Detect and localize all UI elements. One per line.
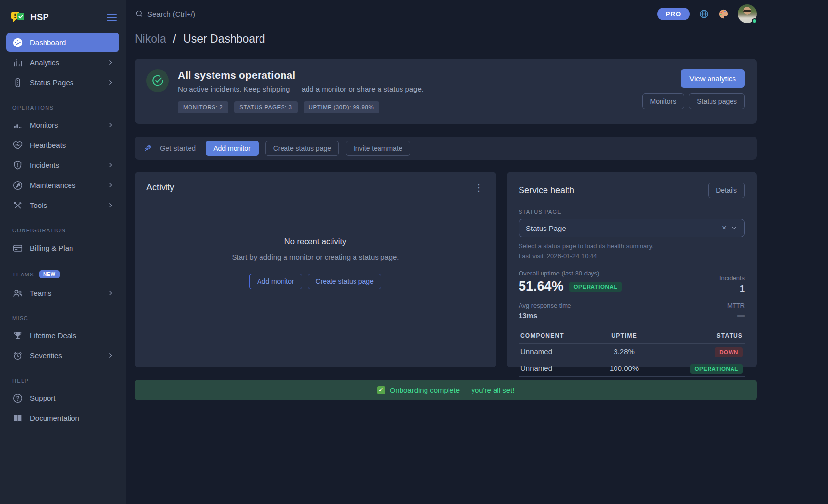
- wrench-circle-icon: [12, 180, 23, 191]
- chevron-down-icon: [731, 225, 737, 231]
- global-search[interactable]: [135, 9, 657, 18]
- column-chart-icon: [12, 120, 23, 131]
- kebab-menu-icon[interactable]: ⋮: [472, 182, 486, 194]
- globe-icon[interactable]: [699, 9, 709, 19]
- sidebar-section-misc: MISC: [12, 315, 114, 321]
- incidents-value: 1: [719, 284, 745, 294]
- sidebar-item-monitors[interactable]: Monitors: [6, 115, 119, 135]
- breadcrumb: Nikola / User Dashboard: [135, 32, 757, 46]
- app-name: HSP: [30, 12, 49, 23]
- component-uptime: 3.28%: [597, 344, 651, 360]
- sidebar-item-maintenances[interactable]: Maintenances: [6, 176, 119, 195]
- sidebar-item-label: Severities: [30, 351, 100, 360]
- get-started-label: Get started: [160, 144, 196, 152]
- system-status-card: All systems operational No active incide…: [135, 59, 757, 124]
- activity-title: Activity: [146, 183, 484, 193]
- service-health-card: Service health Details STATUS PAGE Statu…: [507, 172, 757, 367]
- sidebar-item-teams[interactable]: Teams: [6, 283, 119, 302]
- mttr-value: —: [727, 311, 745, 320]
- sidebar-item-label: Status Pages: [30, 78, 100, 87]
- onboarding-banner-text: Onboarding complete — you're all set!: [390, 386, 515, 394]
- theme-palette-icon[interactable]: [718, 8, 729, 20]
- search-input[interactable]: [147, 10, 304, 18]
- status-title: All systems operational: [178, 69, 642, 81]
- users-icon: [12, 288, 23, 298]
- table-row: Unnamed 100.00% OPERATIONAL: [519, 360, 745, 377]
- sidebar-item-dashboard[interactable]: Dashboard: [6, 33, 119, 52]
- empty-create-status-page-button[interactable]: Create status page: [308, 274, 381, 289]
- sidebar-item-incidents[interactable]: Incidents: [6, 156, 119, 175]
- last-visit-text: Last visit: 2026-01-24 10:44: [519, 252, 745, 260]
- status-pages-button[interactable]: Status pages: [689, 93, 745, 109]
- sidebar-header: HSP: [0, 7, 126, 32]
- menu-toggle-icon[interactable]: [106, 13, 117, 22]
- details-button[interactable]: Details: [708, 183, 745, 198]
- app-logo[interactable]: HSP: [11, 11, 106, 24]
- status-page-select[interactable]: Status Page ×: [519, 219, 745, 237]
- uptime-column-header: UPTIME: [597, 328, 651, 344]
- component-uptime: 100.00%: [597, 360, 651, 377]
- crossed-tools-icon: [12, 200, 23, 211]
- overall-uptime-value: 51.64%: [519, 279, 564, 294]
- sidebar-section-operations: OPERATIONS: [12, 105, 114, 111]
- status-page-select-value: Status Page: [526, 224, 718, 232]
- chevron-right-icon: [107, 290, 114, 296]
- chevron-right-icon: [107, 162, 114, 168]
- sidebar-item-label: Tools: [30, 201, 100, 209]
- sidebar-item-label: Billing & Plan: [30, 244, 114, 252]
- user-avatar[interactable]: [738, 4, 757, 23]
- component-column-header: COMPONENT: [519, 328, 597, 344]
- service-health-title: Service health: [519, 185, 574, 196]
- empty-add-monitor-button[interactable]: Add monitor: [249, 274, 302, 289]
- add-monitor-button[interactable]: Add monitor: [206, 141, 258, 156]
- status-pages-count-chip: STATUS PAGES: 3: [234, 101, 297, 113]
- book-icon: [12, 413, 23, 424]
- view-analytics-button[interactable]: View analytics: [681, 69, 745, 88]
- avg-response-value: 13ms: [519, 311, 571, 320]
- chevron-right-icon: [107, 352, 114, 359]
- monitors-button[interactable]: Monitors: [642, 93, 685, 109]
- component-name: Unnamed: [519, 360, 597, 377]
- new-badge: NEW: [39, 270, 60, 278]
- invite-teammate-button[interactable]: Invite teammate: [346, 141, 410, 156]
- sidebar-item-documentation[interactable]: Documentation: [6, 409, 119, 428]
- clear-selection-icon[interactable]: ×: [718, 223, 731, 233]
- sidebar-item-label: Heartbeats: [30, 141, 114, 149]
- incidents-label: Incidents: [719, 275, 745, 282]
- sidebar-item-support[interactable]: Support: [6, 389, 119, 408]
- sidebar-item-label: Support: [30, 394, 114, 402]
- traffic-light-icon: [12, 77, 23, 88]
- create-status-page-button[interactable]: Create status page: [265, 141, 339, 156]
- sidebar-item-analytics[interactable]: Analytics: [6, 53, 119, 72]
- breadcrumb-parent[interactable]: Nikola: [135, 32, 166, 45]
- sidebar-item-lifetime-deals[interactable]: Lifetime Deals: [6, 326, 119, 345]
- activity-empty-state: No recent activity Start by adding a mon…: [146, 237, 484, 289]
- chevron-right-icon: [107, 122, 114, 128]
- empty-state-title: No recent activity: [146, 237, 484, 246]
- topbar: PRO: [135, 0, 757, 27]
- sidebar-item-label: Lifetime Deals: [30, 331, 114, 340]
- sidebar-item-severities[interactable]: Severities: [6, 346, 119, 365]
- sidebar-section-teams: TEAMS NEW: [12, 270, 114, 278]
- sidebar-item-billing-plan[interactable]: Billing & Plan: [6, 238, 119, 257]
- online-status-dot: [752, 18, 757, 23]
- sidebar-item-label: Dashboard: [30, 38, 114, 46]
- status-page-label: STATUS PAGE: [519, 209, 745, 215]
- component-status-badge: OPERATIONAL: [690, 364, 743, 374]
- chevron-right-icon: [107, 59, 114, 66]
- chevron-right-icon: [107, 202, 114, 208]
- sidebar-item-label: Monitors: [30, 121, 100, 129]
- overall-status-badge: OPERATIONAL: [569, 282, 622, 292]
- empty-state-subtitle: Start by adding a monitor or creating a …: [146, 253, 484, 261]
- rocket-icon: [143, 143, 153, 153]
- sidebar-section-configuration: CONFIGURATION: [12, 228, 114, 233]
- main-content: PRO Nikola / User Dashboard: [126, 0, 828, 504]
- shield-alert-icon: [12, 160, 23, 171]
- sidebar-item-heartbeats[interactable]: Heartbeats: [6, 136, 119, 155]
- chevron-right-icon: [107, 182, 114, 188]
- status-subtitle: No active incidents. Keep shipping — add…: [178, 85, 642, 93]
- sidebar-item-tools[interactable]: Tools: [6, 196, 119, 215]
- sidebar-item-status-pages[interactable]: Status Pages: [6, 73, 119, 92]
- plan-badge[interactable]: PRO: [657, 8, 690, 20]
- get-started-bar: Get started Add monitor Create status pa…: [135, 137, 757, 160]
